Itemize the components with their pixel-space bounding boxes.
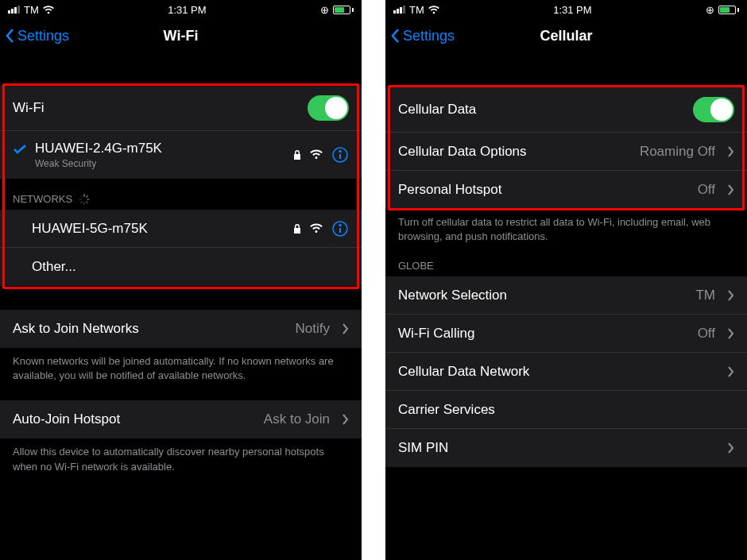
carrier-name: TM	[409, 4, 424, 16]
carrier-name: TM	[24, 4, 39, 16]
wifi-icon	[428, 6, 439, 14]
ask-to-join-label: Ask to Join Networks	[13, 321, 296, 337]
connected-network-row[interactable]: HUAWEI-2.4G-m75K Weak Security	[0, 131, 362, 179]
chevron-right-icon	[343, 323, 349, 334]
back-button[interactable]: Settings	[390, 28, 455, 44]
wifi-toggle[interactable]	[308, 95, 349, 121]
orientation-lock-icon: ⊕	[320, 4, 329, 16]
cellular-data-options-label: Cellular Data Options	[398, 144, 640, 160]
svg-line-8	[81, 201, 82, 202]
auto-join-hotspot-footer: Allow this device to automatically disco…	[0, 438, 362, 477]
wifi-calling-label: Wi-Fi Calling	[398, 326, 698, 342]
back-label: Settings	[17, 28, 69, 44]
wifi-strength-icon	[309, 149, 323, 160]
wifi-calling-row[interactable]: Wi-Fi Calling Off	[385, 315, 747, 353]
connected-ssid: HUAWEI-2.4G-m75K	[35, 141, 293, 156]
personal-hotspot-row[interactable]: Personal Hotspot Off	[385, 171, 747, 209]
chevron-right-icon	[728, 290, 734, 301]
other-network-row[interactable]: Other...	[0, 248, 362, 286]
ask-to-join-value: Notify	[296, 321, 330, 337]
chevron-right-icon	[728, 184, 734, 195]
auto-join-hotspot-label: Auto-Join Hotspot	[13, 411, 264, 427]
orientation-lock-icon: ⊕	[706, 4, 714, 16]
nav-bar: Settings Wi-Fi	[0, 19, 362, 54]
svg-point-13	[339, 224, 341, 226]
carrier-services-label: Carrier Services	[398, 402, 734, 418]
personal-hotspot-value: Off	[698, 182, 715, 198]
connected-warning: Weak Security	[35, 158, 293, 169]
cellular-data-toggle[interactable]	[693, 97, 734, 122]
status-bar: TM 1:31 PM ⊕	[385, 0, 747, 19]
available-network-row[interactable]: HUAWEI-5G-m75K	[0, 210, 362, 248]
available-ssid: HUAWEI-5G-m75K	[32, 221, 293, 237]
signal-icon	[8, 6, 20, 14]
lock-icon	[293, 149, 301, 160]
ask-to-join-footer: Known networks will be joined automatica…	[0, 348, 362, 386]
network-selection-label: Network Selection	[398, 288, 695, 303]
battery-icon	[333, 6, 354, 14]
wifi-icon	[43, 6, 54, 14]
sim-pin-label: SIM PIN	[398, 440, 728, 456]
chevron-right-icon	[728, 328, 734, 339]
chevron-left-icon	[5, 28, 14, 44]
carrier-services-row[interactable]: Carrier Services	[385, 391, 747, 429]
nav-bar: Settings Cellular	[385, 19, 747, 54]
back-label: Settings	[403, 28, 455, 44]
svg-line-10	[81, 195, 82, 196]
wifi-toggle-row: Wi-Fi	[0, 86, 362, 131]
svg-line-6	[87, 201, 87, 202]
other-label: Other...	[32, 259, 349, 275]
status-bar: TM 1:31 PM ⊕	[0, 0, 362, 19]
cellular-data-footer: Turn off cellular data to restrict all d…	[385, 209, 747, 247]
svg-line-4	[87, 195, 87, 196]
auto-join-hotspot-value: Ask to Join	[264, 411, 330, 427]
status-time: 1:31 PM	[553, 4, 591, 16]
personal-hotspot-label: Personal Hotspot	[398, 182, 698, 198]
cellular-data-network-label: Cellular Data Network	[398, 364, 728, 380]
cellular-data-label: Cellular Data	[398, 102, 693, 118]
ask-to-join-row[interactable]: Ask to Join Networks Notify	[0, 310, 362, 348]
chevron-right-icon	[343, 414, 349, 425]
network-selection-row[interactable]: Network Selection TM	[385, 276, 747, 315]
cellular-data-network-row[interactable]: Cellular Data Network	[385, 353, 747, 391]
auto-join-hotspot-row[interactable]: Auto-Join Hotspot Ask to Join	[0, 400, 362, 438]
chevron-right-icon	[728, 442, 734, 454]
battery-icon	[718, 6, 739, 14]
lock-icon	[293, 223, 301, 234]
checkmark-icon	[13, 144, 27, 155]
signal-icon	[393, 6, 405, 14]
cellular-data-options-row[interactable]: Cellular Data Options Roaming Off	[385, 133, 747, 171]
wifi-strength-icon	[309, 223, 323, 234]
info-icon[interactable]	[331, 146, 349, 164]
status-time: 1:31 PM	[168, 4, 206, 16]
networks-header: NETWORKS	[0, 188, 362, 210]
globe-header: GLOBE	[385, 255, 747, 276]
chevron-right-icon	[728, 146, 734, 157]
wifi-settings-screen: TM 1:31 PM ⊕ Settings Wi-Fi Wi-Fi	[0, 0, 362, 560]
info-icon[interactable]	[331, 220, 349, 238]
cellular-data-toggle-row: Cellular Data	[385, 87, 747, 133]
chevron-right-icon	[728, 366, 734, 377]
network-selection-value: TM	[695, 288, 715, 303]
cellular-data-options-value: Roaming Off	[640, 144, 715, 160]
wifi-toggle-label: Wi-Fi	[13, 100, 308, 116]
wifi-calling-value: Off	[698, 326, 715, 342]
back-button[interactable]: Settings	[5, 28, 69, 44]
chevron-left-icon	[390, 28, 400, 44]
spinner-icon	[79, 194, 90, 205]
sim-pin-row[interactable]: SIM PIN	[385, 429, 747, 467]
cellular-settings-screen: TM 1:31 PM ⊕ Settings Cellular Cellular …	[385, 0, 747, 560]
svg-point-2	[339, 151, 341, 153]
